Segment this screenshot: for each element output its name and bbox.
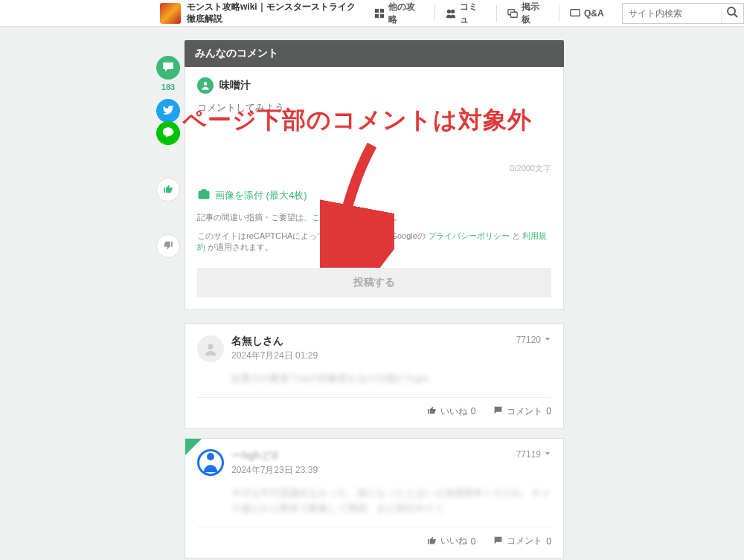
user-avatar-icon [197,77,214,94]
site-title: モンスト攻略wiki｜モンスターストライク徹底解説 [187,1,364,25]
search-button[interactable] [721,4,743,23]
comments-section-header: みんなのコメント [185,40,564,67]
svg-point-14 [208,344,213,349]
svg-point-5 [451,9,455,13]
comment-item: ーhghどd 2024年7月23日 23:39 77119 今日も不可思議出なか… [185,438,564,559]
svg-point-13 [202,193,206,197]
qa-icon [570,8,580,19]
avatar [197,335,224,362]
magnify-icon [726,6,738,20]
annotation-arrow-icon [320,141,394,270]
top-navigation-bar: モンスト攻略wiki｜モンスターストライク徹底解説 他の攻略 コミュ 掲示板 Q… [0,0,744,27]
nav-links: 他の攻略 コミュ 掲示板 Q&A [364,5,615,22]
comment-icon [493,535,503,547]
comment-footer: いいね 0 コメント 0 [197,397,551,418]
svg-rect-3 [380,13,384,17]
like-button[interactable]: いいね 0 [427,405,476,418]
line-icon [162,126,174,141]
svg-line-10 [734,14,737,17]
chevron-down-icon [544,335,551,345]
nav-label: コミュ [460,1,487,26]
thumbs-up-button[interactable] [156,178,180,202]
reply-button[interactable]: コメント 0 [493,405,551,418]
nav-label: 他の攻略 [388,1,424,26]
comment-icon [493,405,503,417]
thumbs-down-button[interactable] [156,234,180,258]
svg-rect-0 [375,8,379,12]
comment-date: 2024年7月23日 23:39 [231,464,318,477]
svg-rect-7 [511,12,518,17]
line-share-button[interactable] [156,121,180,145]
comment-date: 2024年7月24日 01:29 [231,350,318,362]
site-logo-icon [160,3,181,24]
comment-head: 名無しさん 2024年7月24日 01:29 [197,335,551,362]
comment-id-toggle[interactable]: 77120 [516,335,551,345]
chat-icon [507,8,518,19]
svg-point-9 [728,7,735,15]
svg-rect-8 [571,9,580,16]
comment-username[interactable]: 味噌汁 [219,79,251,92]
submit-comment-button[interactable]: 投稿する [197,268,551,297]
search-box [622,3,744,24]
commenter-name: ーhghどd [231,449,318,463]
comment-head: ーhghどd 2024年7月23日 23:39 [197,449,551,477]
comment-count-button[interactable] [156,56,180,80]
chevron-down-icon [544,449,551,460]
like-button[interactable]: いいね 0 [427,535,476,547]
comment-footer: いいね 0 コメント 0 [197,527,551,547]
reply-button[interactable]: コメント 0 [493,535,551,547]
comment-count: 183 [161,83,175,91]
privacy-link[interactable]: プライバシーポリシー [428,231,510,240]
site-brand[interactable]: モンスト攻略wiki｜モンスターストライク徹底解説 [160,1,364,25]
camera-icon [197,187,211,203]
comment-id-toggle[interactable]: 77119 [516,449,551,460]
nav-other-strategies[interactable]: 他の攻略 [364,5,434,22]
commenter-name: 名無しさん [231,335,318,348]
thumbs-down-icon [163,240,173,253]
comment-body: 今日も不可思議出なかった。楽になったとはいえ深淵基本くそだわ。キャラ貧だから野良… [231,486,551,517]
speech-bubble-icon [162,61,174,75]
people-icon [446,8,456,19]
svg-rect-2 [375,13,379,17]
svg-point-11 [204,82,208,86]
thumbs-up-icon [163,184,173,196]
nav-label: Q&A [584,8,604,19]
thumbs-up-icon [427,535,437,547]
comment-item: 名無しさん 2024年7月24日 01:29 77120 起重力の硬直でssの対… [185,324,564,429]
thumbs-up-icon [427,405,437,417]
comment-form-user-row: 味噌汁 [197,77,551,94]
nav-qa[interactable]: Q&A [559,5,615,22]
svg-point-4 [446,9,450,13]
attach-label: 画像を添付 (最大4枚) [215,189,307,202]
comment-body: 起重力の硬直でssの対象変わるの欠陥だろgm [231,371,551,387]
svg-rect-1 [380,8,384,12]
nav-board[interactable]: 掲示板 [496,5,559,22]
twitter-icon [162,104,174,118]
grid-icon [374,8,385,19]
nav-label: 掲示板 [522,1,548,26]
annotation-text: ページ下部のコメントは対象外 [182,104,532,137]
social-column: 183 [156,56,180,258]
twitter-share-button[interactable] [156,99,180,123]
search-input[interactable] [623,5,721,22]
featured-badge-icon [185,439,202,455]
nav-community[interactable]: コミュ [434,5,497,22]
